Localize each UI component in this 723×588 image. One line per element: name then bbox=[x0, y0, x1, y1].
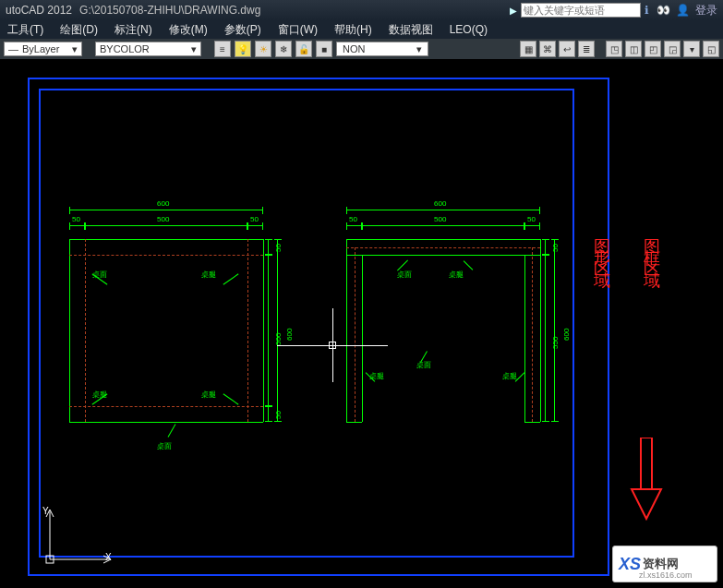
vp-icon-3[interactable]: ◰ bbox=[645, 41, 661, 57]
dim-left-50t: 50 bbox=[268, 239, 269, 255]
lbl-r2: 桌腿 bbox=[449, 270, 464, 280]
lbl-r1: 桌面 bbox=[397, 270, 412, 280]
file-path: G:\20150708-ZHIHU\DRAWING.dwg bbox=[79, 4, 260, 17]
r-leg-l-in bbox=[362, 255, 363, 422]
layer-match-icon[interactable]: ⌘ bbox=[539, 41, 556, 57]
menubar: 工具(T) 绘图(D) 标注(N) 修改(M) 参数(P) 窗口(W) 帮助(H… bbox=[0, 20, 723, 39]
menu-modify[interactable]: 修改(M) bbox=[169, 22, 208, 38]
dim-left-50a: 50 bbox=[69, 225, 85, 226]
user-area: 👀 👤 登录 bbox=[657, 3, 717, 18]
paper-frame-inner bbox=[39, 89, 574, 558]
binoculars-icon[interactable]: 👀 bbox=[657, 4, 670, 17]
r-dashed-r bbox=[532, 247, 533, 422]
layer-color-icon[interactable]: ■ bbox=[316, 41, 332, 57]
dim-left-600v: 600 bbox=[277, 239, 278, 422]
lbl-l4: 桌腿 bbox=[201, 390, 216, 400]
layer-iso-icon[interactable]: ▦ bbox=[520, 41, 536, 57]
vp-icon-4[interactable]: ◲ bbox=[664, 41, 681, 57]
layer-name-select[interactable]: NON ▾ bbox=[336, 42, 428, 56]
app-name: utoCAD 2012 bbox=[6, 4, 72, 17]
watermark-logo: XS 资料网 zl.xs1616.com bbox=[612, 546, 717, 582]
left-left-edge bbox=[69, 239, 70, 422]
vp-icon-1[interactable]: ◳ bbox=[606, 41, 622, 57]
color-value: BYCOLOR bbox=[100, 43, 150, 54]
label-tukuang-quyu: 图框区域 bbox=[641, 225, 663, 270]
svg-rect-0 bbox=[641, 438, 652, 489]
toolbars: — ByLayer ▾ BYCOLOR ▾ ≡ 💡 ☀ ❄ 🔓 ■ NON ▾ … bbox=[0, 39, 723, 59]
search-arrow-icon: ▶ bbox=[510, 6, 517, 16]
r-top-under bbox=[346, 255, 540, 256]
menu-draw[interactable]: 绘图(D) bbox=[60, 22, 98, 38]
label-tuxing-quyu: 图形区域 bbox=[591, 225, 613, 270]
chevron-down-icon: ▾ bbox=[72, 43, 78, 55]
ucs-y: Y bbox=[42, 506, 49, 516]
left-dashed-l bbox=[85, 239, 86, 422]
login-text[interactable]: 登录 bbox=[695, 3, 717, 18]
menu-help[interactable]: 帮助(H) bbox=[334, 22, 372, 38]
svg-marker-1 bbox=[632, 489, 661, 519]
left-right-edge bbox=[263, 239, 264, 422]
dim-left-50b: 50 bbox=[247, 225, 263, 226]
dim-r-500: 500 bbox=[362, 225, 524, 226]
menu-param[interactable]: 参数(P) bbox=[224, 22, 261, 38]
menu-window[interactable]: 窗口(W) bbox=[278, 22, 318, 38]
lbl-l5: 桌面 bbox=[157, 441, 172, 451]
layer-props-icon[interactable]: ≡ bbox=[214, 41, 231, 57]
r-leg-r-bot bbox=[524, 422, 540, 423]
titlebar: utoCAD 2012 G:\20150708-ZHIHU\DRAWING.dw… bbox=[0, 0, 723, 20]
drawing-canvas[interactable]: 图形区域 图框区域 600 50 500 50 600 500 50 50 桌面… bbox=[0, 59, 723, 588]
logo-xs: XS bbox=[619, 555, 641, 574]
dim-left-top-600: 600 bbox=[69, 210, 263, 210]
dim-r-600v: 600 bbox=[554, 239, 555, 422]
dim-r-50t: 50 bbox=[545, 239, 546, 255]
lbl-r5: 桌面 bbox=[416, 360, 431, 370]
menu-leo[interactable]: LEO(Q) bbox=[450, 23, 488, 36]
r-top bbox=[346, 239, 540, 240]
menu-tools[interactable]: 工具(T) bbox=[7, 22, 43, 38]
left-dashed-top bbox=[69, 255, 263, 256]
freeze-icon[interactable]: ❄ bbox=[275, 41, 292, 57]
ucs-x: X bbox=[105, 552, 112, 562]
r-dashed-top bbox=[346, 247, 540, 248]
r-leg-l-bot bbox=[346, 422, 362, 423]
logo-url: zl.xs1616.com bbox=[639, 570, 693, 580]
dim-r-50a: 50 bbox=[346, 225, 362, 226]
r-leg-l-out bbox=[346, 239, 347, 422]
vp-icon-6[interactable]: ◱ bbox=[703, 41, 719, 57]
dim-r-550v: 550 bbox=[545, 255, 546, 422]
search-container: ▶ ℹ bbox=[510, 3, 649, 18]
menu-dimension[interactable]: 标注(N) bbox=[114, 22, 152, 38]
r-dashed-l bbox=[355, 247, 355, 422]
left-bot-edge bbox=[69, 422, 263, 423]
left-dashed-r bbox=[247, 239, 248, 422]
layer-state-icon[interactable]: ≣ bbox=[578, 41, 595, 57]
dim-left-500v: 500 bbox=[268, 255, 269, 406]
left-top-edge bbox=[69, 239, 263, 240]
r-leg-r-in bbox=[524, 255, 525, 422]
info-icon[interactable]: ℹ bbox=[645, 4, 649, 17]
vp-icon-5[interactable]: ▾ bbox=[683, 41, 700, 57]
dim-left-50bt: 50 bbox=[268, 406, 269, 422]
left-dashed-bot bbox=[69, 406, 263, 407]
vp-icon-2[interactable]: ◫ bbox=[625, 41, 642, 57]
sun-icon[interactable]: ☀ bbox=[255, 41, 271, 57]
color-select[interactable]: BYCOLOR ▾ bbox=[95, 42, 201, 56]
chevron-down-icon: ▾ bbox=[416, 43, 422, 55]
dim-left-500: 500 bbox=[85, 225, 247, 226]
bulb-icon[interactable]: 💡 bbox=[235, 41, 251, 57]
chevron-down-icon: ▾ bbox=[191, 43, 197, 55]
red-down-arrow bbox=[628, 438, 665, 521]
dim-r-600: 600 bbox=[346, 210, 540, 210]
linetype-value: ByLayer bbox=[22, 43, 59, 54]
lock-icon[interactable]: 🔓 bbox=[295, 41, 312, 57]
search-input[interactable] bbox=[521, 3, 641, 18]
dim-r-50b: 50 bbox=[524, 225, 540, 226]
menu-dataview[interactable]: 数据视图 bbox=[389, 22, 433, 38]
layer-prev-icon[interactable]: ↩ bbox=[559, 41, 575, 57]
linetype-select[interactable]: — ByLayer ▾ bbox=[4, 42, 82, 56]
user-icon[interactable]: 👤 bbox=[676, 4, 690, 17]
lbl-l2: 桌腿 bbox=[201, 270, 216, 280]
r-leg-r-out bbox=[540, 239, 541, 422]
